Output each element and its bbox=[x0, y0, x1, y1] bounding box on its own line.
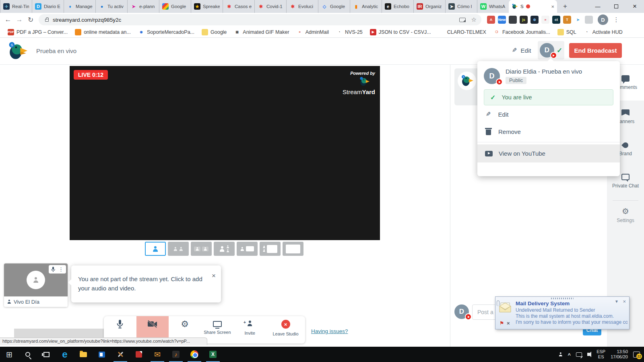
layout-solo-button[interactable] bbox=[145, 242, 166, 256]
rail-settings-button[interactable]: ⚙ Settings bbox=[607, 204, 644, 223]
bookmark-item[interactable]: ◉ SoporteMercadoPa... bbox=[134, 28, 198, 37]
crosshair-extension-icon[interactable]: ⊕ bbox=[530, 16, 539, 24]
dropdown-edit-item[interactable]: ✎ Edit bbox=[477, 105, 620, 123]
red-app-icon[interactable] bbox=[130, 347, 148, 362]
taskview-icon[interactable] bbox=[37, 347, 56, 362]
edit-broadcast-button[interactable]: ✎ Edit bbox=[512, 47, 531, 54]
streamyard-logo[interactable]: S bbox=[7, 41, 27, 63]
bookmark-star-icon[interactable]: ☆ bbox=[471, 16, 477, 23]
profile-avatar[interactable]: D bbox=[598, 14, 608, 25]
maximize-button[interactable] bbox=[607, 0, 625, 13]
browser-tab[interactable]: ✱ Evoluci bbox=[286, 0, 318, 13]
tablet-tray-icon[interactable] bbox=[576, 352, 582, 357]
browser-tab[interactable]: Google bbox=[159, 0, 191, 13]
feather-extension-icon[interactable]: ➤ bbox=[574, 16, 582, 24]
layout-sidebar-button[interactable] bbox=[214, 242, 235, 256]
mail-notification-popup[interactable]: Mail Delivery System Undelivered Mail Re… bbox=[495, 296, 630, 329]
notification-close-icon[interactable]: × bbox=[623, 298, 626, 304]
bookmark-item[interactable]: PDF PDF a JPG – Conver... bbox=[4, 28, 71, 37]
flag-icon[interactable]: ⚑ bbox=[500, 320, 504, 326]
back-icon[interactable]: ← bbox=[2, 16, 14, 24]
browser-tab[interactable]: D Diario E bbox=[32, 0, 64, 13]
pdf-extension-icon[interactable]: A bbox=[487, 16, 495, 24]
bookmark-item[interactable]: CLARO-TELMEX bbox=[435, 28, 490, 37]
new-badge-extension-icon[interactable]: New bbox=[498, 16, 506, 24]
browser-tab[interactable]: ➤ Cómo l bbox=[445, 0, 477, 13]
browser-tab[interactable]: IR Organiz bbox=[413, 0, 445, 13]
ct-extension-icon[interactable]: ct bbox=[552, 16, 560, 24]
notification-minimize-icon[interactable]: ▼ bbox=[615, 299, 619, 304]
close-tab-icon[interactable]: × bbox=[551, 4, 554, 10]
search-icon[interactable] bbox=[19, 347, 37, 362]
browser-tab[interactable]: ✈ Real-Tim bbox=[0, 0, 32, 13]
bookmark-item[interactable]: ▦ Animated GIF Maker bbox=[230, 28, 293, 37]
preview-menu-icon[interactable]: ⋮ bbox=[58, 266, 64, 272]
self-preview-video[interactable]: ⋮ bbox=[4, 263, 68, 296]
drag-grip-icon[interactable] bbox=[551, 298, 574, 299]
layout-split-button[interactable] bbox=[168, 242, 189, 256]
js-extension-icon[interactable]: js bbox=[520, 16, 528, 24]
people-tray-icon[interactable] bbox=[559, 352, 563, 356]
browser-tab[interactable]: ★ Spreake bbox=[191, 0, 223, 13]
view-on-youtube-item[interactable]: View on YouTube bbox=[477, 144, 620, 162]
edge-icon[interactable]: e bbox=[56, 347, 74, 362]
url-text[interactable]: streamyard.com/rpzq985y2c bbox=[53, 17, 121, 23]
tooltip-close-icon[interactable]: × bbox=[212, 271, 216, 281]
audio-app-icon[interactable]: ♪ bbox=[167, 347, 185, 362]
puzzle-extension-icon[interactable] bbox=[585, 16, 593, 24]
mic-icon[interactable] bbox=[51, 267, 55, 272]
explorer-icon[interactable] bbox=[74, 347, 93, 362]
bookmark-item[interactable]: ❍ Facebook Journalis... bbox=[490, 28, 554, 37]
bookmark-item[interactable]: ◔ Activate HUD bbox=[580, 28, 626, 37]
new-tab-button[interactable]: + bbox=[559, 1, 571, 12]
speaker-icon[interactable] bbox=[587, 353, 590, 356]
self-preview-tile[interactable]: ⋮ Vivo El Día bbox=[4, 263, 68, 307]
layout-screen-only-button[interactable] bbox=[283, 242, 303, 256]
notification-title[interactable]: Mail Delivery System bbox=[516, 300, 570, 306]
start-icon[interactable]: ⊞ bbox=[0, 347, 19, 362]
delete-mail-icon[interactable]: × bbox=[507, 320, 510, 326]
bookmark-item[interactable]: Google bbox=[198, 28, 230, 37]
outlook-icon[interactable]: ✉ bbox=[148, 347, 167, 362]
browser-tab[interactable]: e Echobo bbox=[382, 0, 413, 13]
invid-extension-icon[interactable]: » bbox=[541, 16, 549, 24]
spy-extension-icon[interactable] bbox=[509, 16, 517, 24]
browser-tab[interactable]: ● Tu activ bbox=[95, 0, 127, 13]
browser-tab[interactable]: ♦ Manage bbox=[64, 0, 95, 13]
browser-tab[interactable]: ✱ Covid-1 bbox=[254, 0, 286, 13]
notification-center-icon[interactable]: 22 bbox=[633, 352, 640, 358]
bookmark-item[interactable]: SQL bbox=[554, 28, 580, 37]
cast-icon[interactable] bbox=[459, 18, 466, 22]
reload-icon[interactable]: ↻ bbox=[25, 16, 36, 24]
chrome-icon[interactable] bbox=[185, 347, 204, 362]
hidden-icons-chevron[interactable]: ^ bbox=[568, 352, 571, 358]
browser-tab[interactable]: ➤ e-plann bbox=[127, 0, 159, 13]
invite-button[interactable]: + Invite bbox=[233, 316, 266, 343]
excel-icon[interactable]: X bbox=[204, 347, 222, 362]
minimize-button[interactable]: — bbox=[588, 0, 607, 13]
dropdown-remove-item[interactable]: Remove bbox=[477, 123, 620, 140]
end-broadcast-button[interactable]: End Broadcast bbox=[569, 43, 622, 58]
language-indicator[interactable]: ESP ES bbox=[597, 349, 605, 360]
leave-studio-button[interactable]: × Leave Studio bbox=[266, 316, 305, 343]
having-issues-link[interactable]: Having issues? bbox=[311, 328, 348, 334]
browser-tab[interactable]: ◇ Google bbox=[318, 0, 350, 13]
layout-pip-button[interactable] bbox=[237, 242, 258, 256]
layout-list-button[interactable] bbox=[260, 242, 281, 256]
browser-tab[interactable]: ✱ Casos e bbox=[223, 0, 254, 13]
hammer-extension-icon[interactable]: T bbox=[563, 16, 571, 24]
bookmark-item[interactable]: online metadata an... bbox=[71, 28, 134, 37]
browser-tab[interactable]: ▮ Analytic bbox=[350, 0, 382, 13]
notebook-app-icon[interactable] bbox=[93, 347, 111, 362]
layout-thumbnails-button[interactable] bbox=[191, 242, 212, 256]
tools-app-icon[interactable] bbox=[111, 347, 130, 362]
browser-tab-active-streamyard[interactable]: S S × bbox=[509, 0, 557, 13]
browser-menu-icon[interactable]: ⋮ bbox=[612, 16, 620, 23]
browser-tab[interactable]: W WhatsA bbox=[477, 0, 509, 13]
bookmark-item[interactable]: ◔ NVS-25 bbox=[332, 28, 366, 37]
clock[interactable]: 13:50 17/06/20 bbox=[611, 349, 628, 360]
address-bar[interactable]: streamyard.com/rpzq985y2c ☆ bbox=[39, 14, 481, 25]
destination-avatar-button[interactable]: D ✓ bbox=[538, 41, 564, 60]
forward-icon[interactable]: → bbox=[14, 16, 25, 24]
bookmark-item[interactable]: × AdminMail bbox=[293, 28, 332, 37]
